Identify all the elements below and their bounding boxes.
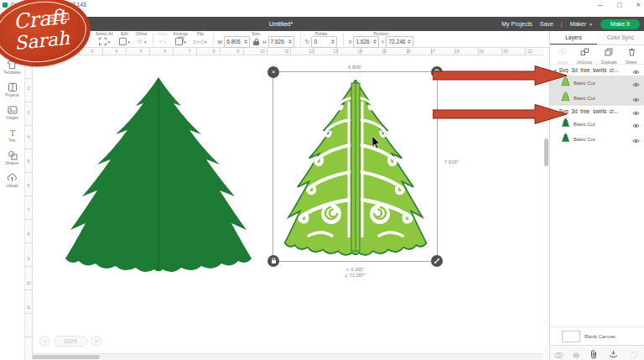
- width-prefix: W: [218, 39, 223, 44]
- chevron-down-icon: ▼: [589, 22, 593, 27]
- my-projects-link[interactable]: My Projects: [501, 21, 532, 27]
- eye-visibility-icon[interactable]: [632, 132, 640, 147]
- sidebar-item-label: Images: [6, 116, 18, 120]
- sidebar-item-label: Upload: [6, 184, 18, 188]
- duplicate-button[interactable]: Duplicate: [601, 44, 617, 65]
- width-stepper[interactable]: [244, 39, 247, 44]
- canvas-color-swatch[interactable]: [562, 331, 580, 342]
- minimize-button[interactable]: —: [598, 0, 604, 9]
- rotate-icon: ↻: [305, 38, 310, 45]
- ruler-h-number: 16: [403, 49, 413, 54]
- vertical-scrollbar[interactable]: [543, 48, 549, 360]
- lock-icon: [271, 258, 277, 264]
- machine-selector[interactable]: Maker ▼: [570, 21, 593, 27]
- select-all-control[interactable]: Select All ▾: [96, 31, 113, 47]
- ruler-h-number: 18: [452, 49, 462, 54]
- pos-x-input[interactable]: 1.626: [353, 36, 379, 48]
- maximize-button[interactable]: ▢: [617, 0, 623, 9]
- ruler-h-number: 21: [525, 49, 535, 54]
- pos-y-input[interactable]: 72.246: [386, 36, 413, 48]
- zoom-in-button[interactable]: +: [91, 336, 101, 347]
- layer-group-name: Svg_3d_tree_swirls_cr...: [559, 67, 630, 73]
- weld-icon: [572, 347, 581, 360]
- flip-dropdown[interactable]: Flip ▷◁▾: [194, 31, 206, 47]
- pos-x-stepper[interactable]: [373, 39, 377, 44]
- vertical-scrollbar-thumb[interactable]: [544, 138, 548, 166]
- solid-tree-shape[interactable]: [64, 77, 253, 279]
- selection-height-label: 7.626": [444, 159, 459, 164]
- ruler-h-number: 10: [257, 49, 267, 54]
- ruler-h-number: 13: [330, 49, 340, 54]
- deselect-handle[interactable]: ×: [267, 66, 279, 78]
- ungroup-icon: [580, 44, 589, 60]
- group-button: Group: [557, 44, 568, 65]
- selection-width-label: 6.806": [273, 65, 437, 70]
- eye-visibility-icon[interactable]: [632, 76, 640, 91]
- header-divider: |: [561, 21, 563, 27]
- pos-y-stepper[interactable]: [408, 39, 411, 44]
- ruler-h-number: 7: [184, 49, 195, 54]
- size-lock-icon[interactable]: [253, 39, 259, 45]
- selection-box[interactable]: 6.806" 7.626" x: 9.065" y: 72.287": [273, 71, 438, 262]
- swirl-tree-shape[interactable]: [283, 80, 428, 261]
- horizontal-scrollbar-thumb[interactable]: [33, 355, 100, 359]
- eye-visibility-icon[interactable]: [632, 117, 640, 132]
- pos-x-value: 1.626: [356, 39, 371, 44]
- save-link[interactable]: Save: [540, 21, 553, 27]
- sidebar-item-projects[interactable]: Projects: [0, 82, 24, 97]
- horizontal-scrollbar[interactable]: [33, 353, 543, 360]
- canvas-material-row[interactable]: Blank Canvas: [550, 326, 644, 345]
- arrange-icon: [175, 38, 183, 45]
- ungroup-button[interactable]: UnGroup: [577, 44, 592, 65]
- offset-dropdown[interactable]: Offset ☆▾: [136, 31, 147, 47]
- lock-handle[interactable]: [267, 255, 279, 267]
- ruler-v-number: 11: [25, 305, 32, 310]
- sidebar-item-upload[interactable]: Upload: [0, 173, 24, 188]
- size-group: Size W 6.806 H 7.626: [218, 31, 294, 47]
- canvas[interactable]: 6.806" 7.626" x: 9.065" y: 72.287": [33, 55, 543, 360]
- zoom-controls: − 100% +: [39, 336, 101, 347]
- edit-toolbar: Select All ▾ Edit ▾ Offset ☆▾ Align ≡▾ A…: [0, 31, 644, 48]
- flatten-button[interactable]: Flatten: [608, 347, 620, 360]
- sidebar-item-shapes[interactable]: Shapes: [0, 150, 24, 165]
- delete-button[interactable]: Delete: [626, 44, 637, 65]
- sidebar-item-label: Projects: [5, 93, 18, 97]
- close-button[interactable]: ✕: [636, 0, 641, 9]
- edit-dropdown[interactable]: Edit ▾: [119, 31, 131, 47]
- attach-button[interactable]: Attach: [589, 347, 600, 360]
- offset-icon: ☆: [137, 38, 143, 45]
- app-header: Untitled* My Projects Save | Maker ▼ Mak…: [0, 17, 644, 31]
- mouse-cursor: [372, 136, 382, 149]
- ruler-v-number: 5: [25, 159, 32, 164]
- tab-color-sync[interactable]: Color Sync: [597, 31, 644, 44]
- sidebar-item-images[interactable]: Images: [0, 105, 24, 120]
- tab-layers[interactable]: Layers: [550, 31, 597, 44]
- ruler-v-number: 6: [25, 183, 32, 188]
- ruler-h-number: 19: [476, 49, 486, 54]
- arrange-dropdown[interactable]: Arrange ▾: [173, 31, 188, 47]
- menu-bar: FileView: [0, 9, 644, 17]
- ruler-v-number: 7: [25, 207, 32, 212]
- weld-button: Weld: [572, 347, 581, 360]
- zoom-out-button[interactable]: −: [39, 336, 50, 347]
- width-value: 6.806: [226, 39, 242, 44]
- annotation-arrow-1: [433, 65, 569, 86]
- panel-tabs: LayersColor Sync: [550, 31, 644, 45]
- height-stepper[interactable]: [288, 39, 292, 44]
- height-input[interactable]: 7.626: [268, 36, 294, 48]
- resize-handle[interactable]: [431, 255, 443, 267]
- make-it-button[interactable]: Make It: [600, 19, 640, 29]
- horizontal-ruler: 123456789101112131415161718192021: [33, 48, 543, 55]
- sidebar: TemplatesProjectsImagesTTextShapesUpload: [0, 48, 25, 360]
- rotate-input[interactable]: 0: [311, 36, 337, 48]
- ruler-h-number: 11: [282, 49, 292, 54]
- slice-icon: [554, 347, 564, 360]
- rotate-stepper[interactable]: [331, 39, 335, 44]
- width-input[interactable]: 6.806: [224, 36, 250, 48]
- ruler-v-number: 8: [25, 232, 32, 237]
- pos-y-value: 72.246: [388, 39, 405, 44]
- sidebar-item-text[interactable]: TText: [0, 128, 24, 143]
- layer-row[interactable]: Basic Cut: [550, 132, 644, 147]
- rotate-value: 0: [314, 39, 329, 44]
- slice-button: Slice: [554, 347, 564, 360]
